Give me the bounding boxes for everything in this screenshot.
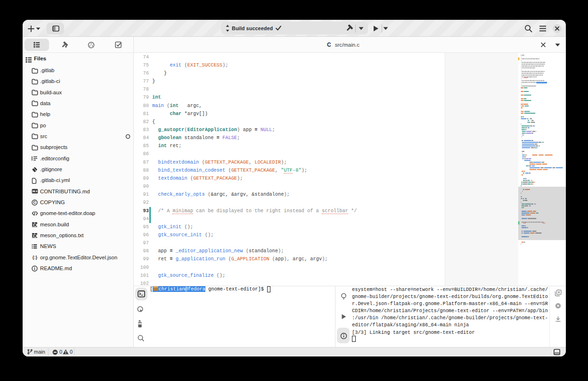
- svg-text:{:}: {:}: [33, 255, 38, 260]
- svg-text:C: C: [33, 201, 36, 205]
